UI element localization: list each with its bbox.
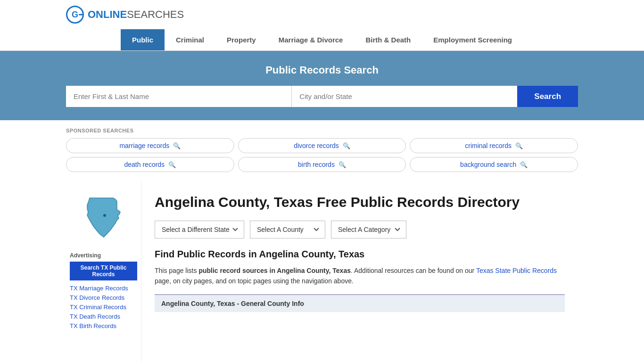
tx-death-link[interactable]: TX Death Records xyxy=(70,313,120,320)
list-item: TX Divorce Records xyxy=(70,294,137,301)
tx-marriage-link[interactable]: TX Marriage Records xyxy=(70,285,128,292)
sponsored-marriage[interactable]: marriage records 🔍 xyxy=(66,138,234,153)
sponsored-death-label: death records xyxy=(124,161,165,168)
nav-birth-death[interactable]: Birth & Death xyxy=(354,29,422,50)
find-text-1: This page lists xyxy=(155,267,198,274)
list-item: TX Criminal Records xyxy=(70,303,137,311)
name-input[interactable] xyxy=(66,86,292,107)
main-content: Advertising Search TX Public Records TX … xyxy=(0,181,644,362)
sponsored-criminal-label: criminal records xyxy=(465,142,512,149)
sponsored-birth[interactable]: birth records 🔍 xyxy=(238,157,406,172)
search-icon-background: 🔍 xyxy=(520,161,528,168)
texas-state-link[interactable]: Texas State Public Records xyxy=(476,267,557,274)
sponsored-criminal[interactable]: criminal records 🔍 xyxy=(410,138,578,153)
logo[interactable]: G ONLINE SEARCHES xyxy=(66,6,184,24)
texas-map-container xyxy=(66,191,141,243)
list-item: TX Birth Records xyxy=(70,322,137,329)
sponsored-divorce-label: divorce records xyxy=(294,142,339,149)
hero-title: Public Records Search xyxy=(66,64,578,76)
advertising-label: Advertising xyxy=(70,252,137,259)
sidebar-ad-section: Advertising Search TX Public Records TX … xyxy=(66,252,141,329)
find-text-3: page, on city pages, and on topic pages … xyxy=(155,277,354,285)
main-nav: Public Criminal Property Marriage & Divo… xyxy=(0,29,644,51)
nav-criminal[interactable]: Criminal xyxy=(165,29,215,50)
search-icon-birth: 🔍 xyxy=(339,161,346,168)
page-content: Angelina County, Texas Free Public Recor… xyxy=(141,181,578,362)
county-dot xyxy=(103,214,106,217)
site-header: G ONLINE SEARCHES xyxy=(0,0,644,29)
sponsored-grid: marriage records 🔍 divorce records 🔍 cri… xyxy=(66,138,578,172)
logo-icon: G xyxy=(66,6,84,24)
logo-searches: SEARCHES xyxy=(127,8,184,21)
sponsored-label: SPONSORED SEARCHES xyxy=(66,128,578,133)
sponsored-background-label: background search xyxy=(460,161,516,168)
category-dropdown[interactable]: Select A Category xyxy=(331,221,406,239)
search-tx-button[interactable]: Search TX Public Records xyxy=(70,262,137,280)
nav-property[interactable]: Property xyxy=(215,29,267,50)
search-button[interactable]: Search xyxy=(517,86,578,107)
dropdowns-row: Select a Different State Select A County… xyxy=(155,221,565,239)
search-bar: Search xyxy=(66,86,578,107)
search-icon-divorce: 🔍 xyxy=(343,142,350,149)
location-input[interactable] xyxy=(292,86,517,107)
state-dropdown[interactable]: Select a Different State xyxy=(155,221,244,239)
tx-criminal-link[interactable]: TX Criminal Records xyxy=(70,304,126,311)
search-icon-death: 🔍 xyxy=(168,161,176,168)
find-text-2: . Additional resources can be found on o… xyxy=(351,267,476,274)
find-text-bold: public record sources in Angelina County… xyxy=(198,267,351,274)
sponsored-background[interactable]: background search 🔍 xyxy=(410,157,578,172)
logo-text: ONLINE SEARCHES xyxy=(88,8,184,21)
sidebar-links: TX Marriage Records TX Divorce Records T… xyxy=(70,284,137,329)
sponsored-marriage-label: marriage records xyxy=(119,142,169,149)
sponsored-section: SPONSORED SEARCHES marriage records 🔍 di… xyxy=(0,120,644,181)
hero-section: Public Records Search Search xyxy=(0,51,644,120)
tx-birth-link[interactable]: TX Birth Records xyxy=(70,322,116,329)
sidebar: Advertising Search TX Public Records TX … xyxy=(66,181,141,362)
county-info-bar: Angelina County, Texas - General County … xyxy=(155,294,565,312)
county-dropdown[interactable]: Select A County xyxy=(250,221,325,239)
list-item: TX Death Records xyxy=(70,313,137,320)
sponsored-birth-label: birth records xyxy=(298,161,335,168)
search-icon-marriage: 🔍 xyxy=(173,142,181,149)
sponsored-death[interactable]: death records 🔍 xyxy=(66,157,234,172)
tx-divorce-link[interactable]: TX Divorce Records xyxy=(70,294,124,301)
logo-online: ONLINE xyxy=(88,8,127,21)
list-item: TX Marriage Records xyxy=(70,284,137,292)
find-title: Find Public Records in Angelina County, … xyxy=(155,249,565,260)
nav-employment[interactable]: Employment Screening xyxy=(422,29,523,50)
page-title: Angelina County, Texas Free Public Recor… xyxy=(155,193,565,211)
nav-marriage-divorce[interactable]: Marriage & Divorce xyxy=(267,29,355,50)
find-description: This page lists public record sources in… xyxy=(155,265,565,287)
texas-map-icon xyxy=(80,196,127,243)
search-icon-criminal: 🔍 xyxy=(515,142,523,149)
nav-public[interactable]: Public xyxy=(121,29,165,50)
sponsored-divorce[interactable]: divorce records 🔍 xyxy=(238,138,406,153)
